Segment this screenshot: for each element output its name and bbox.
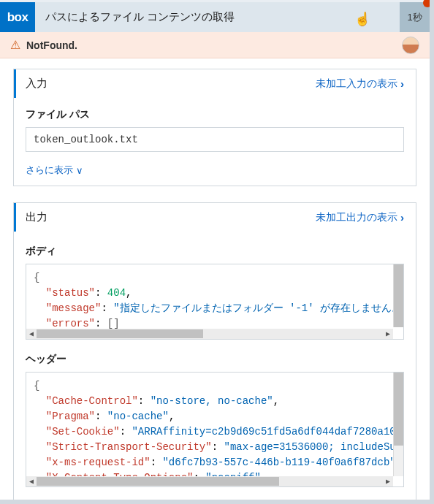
notification-dot-icon [423,0,432,7]
file-path-label: ファイル パス [26,108,404,121]
box-logo: box [0,2,35,32]
output-card: 出力 未加工出力の表示 › ボディ { "status": 404, "mess… [13,202,416,504]
file-path-input[interactable] [26,127,404,152]
error-bar: ⚠ NotFound. [0,32,430,58]
show-raw-output-text: 未加工出力の表示 [316,211,397,224]
v-scrollbar[interactable] [393,373,403,476]
output-card-title: 出力 [26,210,47,224]
timing-text: 1秒 [407,11,422,24]
scroll-right-icon[interactable]: ▶ [383,476,393,486]
pointer-cursor-icon: ☝ [354,11,370,27]
headers-label: ヘッダー [26,353,404,366]
avatar[interactable] [402,37,419,54]
scroll-left-icon[interactable]: ◀ [26,329,37,339]
show-raw-input-text: 未加工入力の表示 [316,77,397,91]
v-scrollbar[interactable] [393,264,403,327]
body-json-box[interactable]: { "status": 404, "message": "指定したファイルまたは… [26,264,404,340]
show-more-text: さらに表示 [26,164,73,177]
show-more-link[interactable]: さらに表示 ∨ [26,164,404,177]
body-label: ボディ [26,245,404,258]
show-raw-output-link[interactable]: 未加工出力の表示 › [316,211,404,224]
error-text: NotFound. [26,39,77,51]
show-raw-input-link[interactable]: 未加工入力の表示 › [316,77,404,91]
headers-json-box[interactable]: { "Cache-Control": "no-store, no-cache",… [26,372,404,487]
h-scrollbar[interactable]: ◀ ▶ [26,476,393,486]
input-card: 入力 未加工入力の表示 › ファイル パス さらに表示 ∨ [13,69,416,186]
input-card-title: 入力 [26,77,47,91]
scroll-right-icon[interactable]: ▶ [383,329,393,339]
chevron-down-icon: ∨ [76,165,83,176]
status-code-label: 状態コード [26,500,404,504]
h-scrollbar[interactable]: ◀ ▶ [26,329,393,339]
warning-icon: ⚠ [10,38,20,52]
scroll-left-icon[interactable]: ◀ [26,476,37,486]
header-bar: box パスによるファイル コンテンツの取得 ☝ 1秒 [0,0,430,32]
timing-badge[interactable]: 1秒 [400,2,430,32]
page-title[interactable]: パスによるファイル コンテンツの取得 ☝ [35,2,400,32]
chevron-right-icon: › [400,211,404,224]
chevron-right-icon: › [400,77,404,90]
page-title-text: パスによるファイル コンテンツの取得 [45,10,235,24]
